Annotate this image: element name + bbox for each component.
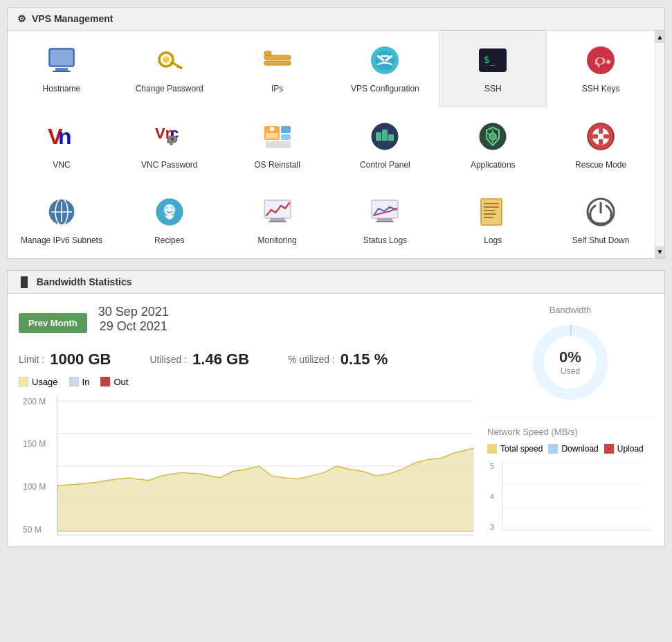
legend-out-label: Out [113,377,128,387]
legend-usage-label: Usage [32,377,58,387]
chart-icon: ▐▌ [17,276,31,287]
bandwidth-panel: ▐▌ Bandwidth Statistics Prev Month 30 Se… [7,270,665,547]
vps-item-change-password[interactable]: Change Password [116,30,224,107]
speed-download-box [548,444,558,454]
donut-percent: 0% [559,348,581,366]
vps-item-ssh-keys[interactable]: * SSH Keys [547,30,655,107]
vps-item-applications[interactable]: Applications [439,107,547,183]
vps-item-label-vnc: VNC [53,160,70,171]
vps-item-self-shut-down[interactable]: Self Shut Down [547,182,655,258]
legend-in-label: In [82,377,90,387]
bandwidth-chart-svg [57,397,473,535]
vps-item-monitoring[interactable]: Monitoring [224,182,332,258]
svg-point-58 [171,206,174,209]
vnc-password-icon: Vnc [152,118,188,154]
svg-point-13 [375,51,394,70]
vps-item-ssh[interactable]: $_ SSH [439,30,547,107]
vps-item-label-status-logs: Status Logs [363,235,407,247]
vps-item-vnc-password[interactable]: Vnc VNC Password [116,107,224,183]
vnc-icon: Vn [44,118,80,154]
bandwidth-right: Bandwidth 0% Used Network Speed (MB/s) [487,305,653,535]
scroll-up-button[interactable]: ▲ [655,30,664,43]
settings-scissors-icon [367,42,403,78]
svg-point-5 [163,56,170,63]
scroll-thumb [655,43,664,246]
svg-point-28 [270,127,274,131]
vps-item-vps-configuration[interactable]: VPS Configuration [331,30,439,107]
vps-item-status-logs[interactable]: Status Logs [331,182,439,258]
legend-in-box [69,377,79,386]
terminal-icon: $_ [475,42,511,78]
prev-month-button[interactable]: Prev Month [19,313,87,333]
svg-point-39 [489,133,496,140]
vps-item-label-recipes: Recipes [154,235,184,247]
vps-item-control-panel[interactable]: Control Panel [331,107,439,183]
vps-item-vnc[interactable]: Vn VNC [8,107,116,183]
svg-rect-64 [376,221,394,222]
svg-rect-68 [484,210,495,211]
vps-item-os-reinstall[interactable]: OS Reinstall [224,107,332,183]
status-logs-icon [367,194,403,230]
vps-management-header: ⚙ VPS Management [8,8,664,30]
svg-rect-9 [264,55,291,60]
speed-total-box [487,444,497,454]
speed-y-labels: 5 4 3 [490,462,494,531]
ipv6-icon [44,194,80,230]
stats-row: Limit : 1000 GB Utilised : 1.46 GB % uti… [19,350,473,368]
bandwidth-left: Prev Month 30 Sep 2021 29 Oct 2021 Limit… [19,305,473,535]
network-icon [260,42,296,78]
legend-usage: Usage [19,377,58,387]
vps-item-label-os-reinstall: OS Reinstall [254,160,300,171]
svg-rect-63 [377,218,392,221]
limit-value: 1000 GB [50,350,111,368]
svg-point-56 [164,204,175,215]
logs-icon [475,194,511,230]
utilised-label: Utilised : [149,354,187,365]
svg-rect-35 [382,130,388,141]
donut-title: Bandwidth [550,305,592,315]
vps-management-title: VPS Management [32,13,113,24]
vps-item-hostname[interactable]: Hostname [8,30,116,107]
network-speed-section: Network Speed (MB/s) Total speed Downloa… [487,418,653,531]
vps-grid-scroll[interactable]: Hostname Change Password IPs VPS Configu… [8,30,655,258]
speed-total-label: Total speed [500,444,543,454]
vps-item-logs[interactable]: Logs [439,182,547,258]
svg-rect-70 [484,217,493,218]
vps-item-label-rescue-mode: Rescue Mode [575,160,626,171]
legend-in: In [69,377,90,387]
svg-rect-32 [266,141,291,148]
monitor-icon [44,42,80,78]
svg-rect-36 [388,134,394,141]
os-reinstall-icon [260,118,296,154]
vps-item-manage-ipv6[interactable]: Manage IPv6 Subnets [8,182,116,258]
vps-scrollbar: ▲ ▼ [655,30,664,258]
y-label-200: 200 M [23,397,46,407]
scroll-down-button[interactable]: ▼ [655,246,664,258]
vps-item-recipes[interactable]: Recipes [116,182,224,258]
bandwidth-header: ▐▌ Bandwidth Statistics [8,271,664,294]
speed-legend: Total speed Download Upload [487,444,653,454]
vps-item-rescue-mode[interactable]: Rescue Mode [547,107,655,183]
vps-item-label-ips: IPs [271,84,283,95]
recipes-icon [152,194,188,230]
vps-item-label-applications: Applications [471,160,516,171]
svg-rect-30 [281,126,291,133]
svg-rect-2 [53,71,71,72]
vps-item-ips[interactable]: IPs [224,30,332,107]
key-red-icon: * [583,42,619,78]
bandwidth-content: Prev Month 30 Sep 2021 29 Oct 2021 Limit… [8,294,664,546]
speed-legend-download: Download [548,444,598,454]
svg-rect-69 [484,213,496,215]
donut-center: 0% Used [559,348,581,376]
date-range: 30 Sep 2021 29 Oct 2021 [98,305,169,334]
speed-y-3: 3 [490,523,494,531]
gear-icon: ⚙ [17,13,26,24]
utilized-pct-value: 0.15 % [340,350,388,368]
date-start: 30 Sep 2021 [98,305,169,319]
vps-item-label-vnc-password: VNC Password [141,160,197,171]
svg-rect-3 [51,50,73,65]
svg-text:n: n [58,124,72,149]
vps-item-label-self-shut-down: Self Shut Down [572,235,630,247]
svg-rect-46 [599,128,603,134]
svg-rect-47 [599,139,603,145]
